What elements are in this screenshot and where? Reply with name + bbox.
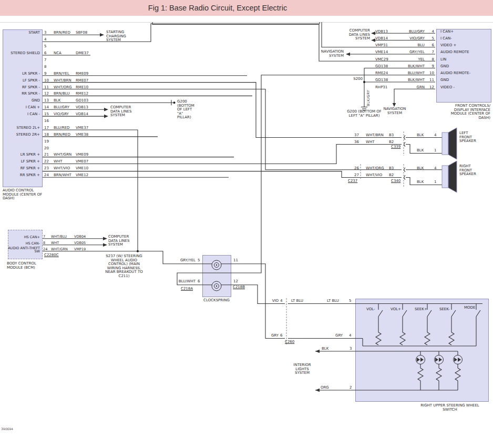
acm-pin-label: LF SPKR + <box>3 158 42 165</box>
bcm-circuit-code: VDB04 <box>74 234 93 240</box>
acm-pin-row: 7 <box>3 57 137 64</box>
blk-gry-vertical-label: BLK/GRY <box>366 83 371 106</box>
acm-pin-row: RR SPKR + 24 BRN/WHT VME12 <box>3 172 137 179</box>
rs-wire-1: WHT/ORG <box>366 167 387 171</box>
acm-pin-row: LR SPKR + 21 WHT/GRN VME09 <box>3 152 137 159</box>
ls-pin-b3: B3 <box>389 134 396 138</box>
acm-pin-label: RR SPKR + <box>3 172 42 179</box>
fcdim-pin-row: RME24 BLU/WHT 10 AUDIO REMOTE- <box>342 70 491 77</box>
acm-pin-label: I CAN + <box>3 104 42 111</box>
bcm-wire-color: WHT/GRN <box>51 247 73 253</box>
switch-pin-5: 5 <box>349 299 353 303</box>
acm-pin-label <box>3 57 42 64</box>
fcdim-circuit-code: VDB14 <box>375 35 397 42</box>
right-speaker-body <box>442 166 448 188</box>
button-vol-plus: VOL+ <box>391 308 402 312</box>
acm-pin-label: RF SPKR + <box>3 165 42 172</box>
acm-circuit-code: VME38 <box>76 131 97 138</box>
fcdim-wire-color: BLK/WHT <box>397 63 425 70</box>
acm-pin-number: 3 <box>44 30 53 37</box>
button-seek-plus: SEEK+ <box>415 308 427 312</box>
acm-pin-number: 21 <box>44 152 53 159</box>
fcdim-pin-row: GD138 BLK/WHT 9 GND <box>342 63 491 70</box>
bcm-wire-color: WHT/BLU <box>51 234 73 240</box>
acm-circuit-code: RME07 <box>76 77 97 84</box>
fcdim-pin-row: RHP31 GRN 12 VIDEO - <box>342 84 491 90</box>
left-speaker-body <box>442 133 448 155</box>
wire-video-neg <box>394 89 435 103</box>
ls-blk-4: BLK <box>417 134 427 138</box>
button-mode: MODE <box>464 306 477 310</box>
fcdim-circuit-code: RHP31 <box>375 84 397 90</box>
acm-circuit-code <box>76 118 97 125</box>
connector-c340-label: C340 <box>391 179 405 184</box>
fcdim-pin-row: GD138 BLK/WHT 11 GND <box>342 77 491 84</box>
navigation-system-note-right: NAVIGATION SYSTEM <box>379 107 410 115</box>
acm-wire-color: WHT/BRN <box>54 77 75 84</box>
fcdim-pin-row: VME14 GRY/YEL 7 AUDIO REMOTE <box>342 49 491 56</box>
acm-pin-label <box>3 138 42 145</box>
cs-pin-6: 6 <box>198 280 202 284</box>
acm-pin-number: 14 <box>44 104 53 111</box>
connector-c260-label: C260 <box>285 340 299 344</box>
acm-pin-label: LR SPKR - <box>3 70 42 77</box>
ls-pin-b2: B2 <box>389 140 396 145</box>
fcdim-circuit-code: RME24 <box>375 70 397 77</box>
acm-wire-color <box>54 64 75 70</box>
acm-pin-label <box>3 145 42 152</box>
clockspring-box <box>202 255 231 297</box>
ls-term-1: 1 <box>434 149 439 153</box>
fcdim-pin-row: VMC29 YEL 8 LIN <box>342 56 491 63</box>
acm-wire-color: BRN/YEL <box>54 70 75 77</box>
acm-pin-row: RR SPKR - 12 BRN/BLU RME12 <box>3 91 137 98</box>
connector-c339-label: C339 <box>391 145 405 149</box>
rs-pin-b3: B3 <box>389 167 396 171</box>
fcdim-pin-number: 12 <box>426 84 434 90</box>
acm-wire-color: NCA <box>54 50 75 57</box>
acm-pin-label: STEREO 2R+ <box>3 131 42 138</box>
fcdim-pin-number: 11 <box>426 77 434 84</box>
acm-pin-number: 5 <box>44 43 53 50</box>
acm-pin-number: 7 <box>44 57 53 64</box>
ls-pin-36: 36 <box>354 140 362 145</box>
acm-wire-color <box>54 118 75 125</box>
acm-pin-number: 19 <box>44 138 53 145</box>
bcm-module-name: BODY CONTROL MODULE (BCM) <box>7 262 46 270</box>
arrow-nav-right <box>393 103 396 107</box>
wire-label-vio: VIO <box>268 299 279 303</box>
acm-circuit-code: GD103 <box>76 97 97 104</box>
fcdim-pin-label: I CAN+ <box>440 28 490 35</box>
wire-label-gry-1: GRY <box>268 334 279 338</box>
fcdim-wire-color: BLK/WHT <box>397 77 425 84</box>
computer-data-lines-note-acm: COMPUTER DATA LINES SYSTEM <box>110 106 138 118</box>
fcdim-circuit-code: VDB13 <box>375 28 397 35</box>
fcdim-circuit-code: GD138 <box>375 77 397 84</box>
acm-circuit-code: RME12 <box>76 91 97 98</box>
acm-circuit-code: VME09 <box>76 152 97 159</box>
cs-pin-5: 5 <box>198 259 202 263</box>
acm-circuit-code <box>76 43 97 50</box>
fcdim-pin-label: VIDEO + <box>440 42 490 49</box>
c260-pin-4: 4 <box>280 299 284 303</box>
acm-pin-row: RF SPKR - 11 WHT/ORG RME10 <box>3 84 137 91</box>
rs-blk-1: BLK <box>417 180 427 185</box>
computer-data-lines-note-bcm: COMPUTER DATA LINES SYSTEM <box>108 235 137 247</box>
acm-pin-label <box>3 64 42 70</box>
acm-pin-number: 13 <box>44 97 53 104</box>
acm-pin-label <box>3 36 42 43</box>
acm-circuit-code: RME09 <box>76 70 97 77</box>
cs-wire-gry-yel: GRY/YEL <box>173 259 196 263</box>
bcm-pin-number: 24 <box>43 247 50 253</box>
switch-pin-3: 3 <box>350 347 354 351</box>
fcdim-wire-color: BLU <box>397 42 425 49</box>
ls-wire-1: WHT/BRN <box>366 134 387 138</box>
bcm-pin-row: HS CAN- 8 WHT VDB05 <box>8 240 110 247</box>
connector-c237-label: C237 <box>348 179 362 184</box>
interior-lights-note: INTERIOR LIGHTS SYSTEM <box>288 363 316 375</box>
acm-wire-color: BLU/RED <box>54 125 75 131</box>
cs-wire-blu-wht: BLU/WHT <box>173 280 196 284</box>
acm-pin-row: 8 <box>3 64 137 70</box>
acm-pin-row: RF SPKR + 23 WHT/VIO VME10 <box>3 165 137 172</box>
acm-pin-rows: START 3 BRN/RED SBF08 4 5 STEREO SHIELD … <box>3 30 137 179</box>
fcdim-circuit-code: VMC29 <box>375 56 397 63</box>
